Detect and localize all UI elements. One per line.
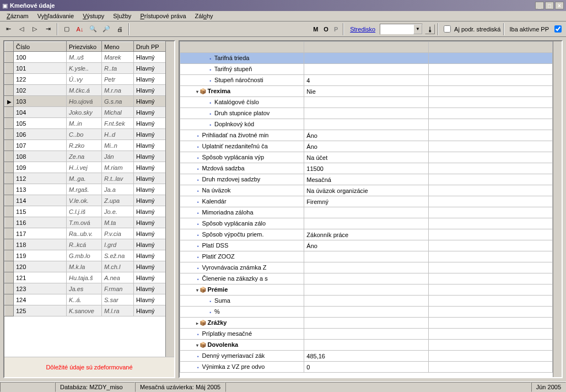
table-row[interactable]: 101K.ysle..R..taHlavný [5, 63, 166, 74]
table-row[interactable]: 121Hu.taja.šA.neaHlavný [5, 272, 166, 283]
property-row[interactable]: ▪ Príplatky mesačné [180, 329, 553, 340]
property-row[interactable]: ▪ Druh stupnice platov [180, 108, 553, 119]
property-row[interactable]: ▪ Stupeň náročnosti4 [180, 75, 553, 86]
table-row[interactable]: 116T.m.ováM.taHlavný [5, 217, 166, 228]
employee-table[interactable]: Číslo Priezvisko Meno Druh PP 100M..ušMa… [4, 41, 165, 316]
property-row[interactable]: ▪ Mzdová sadzba11500 [180, 163, 553, 174]
table-row[interactable]: 102M.čkc.áM.r.naHlavný [5, 85, 166, 96]
property-row[interactable]: ▾📦 Prémie [180, 284, 553, 296]
table-row[interactable]: 123Ja.esF.rmanHlavný [5, 283, 166, 294]
nav-first-icon[interactable]: ⇤ [2, 23, 14, 35]
stredisko-input[interactable] [380, 25, 413, 34]
download-button[interactable]: ⭳ [425, 24, 435, 34]
property-row[interactable]: ▪ Suma [180, 296, 553, 307]
menu-zalohy[interactable]: Zálohy [191, 12, 218, 20]
o-label[interactable]: O [321, 26, 331, 33]
property-row[interactable]: ▸📦 Zrážky [180, 318, 553, 329]
property-row[interactable]: ▪ Tarifný stupeň [180, 64, 553, 75]
nav-next-icon[interactable]: ▷ [29, 23, 41, 35]
m-label[interactable]: M [311, 26, 320, 33]
iba-aktivne-label: Iba aktívne PP [507, 26, 551, 33]
deform-notice: Dôležité údaje sú zdeformované [4, 357, 174, 377]
refresh-icon[interactable]: ▢ [61, 23, 73, 35]
table-row[interactable]: 125K.sanoveM.l.raHlavný [5, 305, 166, 316]
aj-podr-label: Aj podr. strediská [454, 26, 500, 33]
property-row[interactable]: ▪ % [180, 307, 553, 318]
col-druh[interactable]: Druh PP [134, 42, 166, 52]
table-row[interactable]: 100M..ušMarekHlavný [5, 52, 166, 63]
table-row[interactable]: 119G.mb.loS.ež.naHlavný [5, 250, 166, 261]
print-icon[interactable]: 🖨 [114, 23, 126, 35]
nav-last-icon[interactable]: ⇥ [42, 23, 54, 35]
bullet-icon: ▪ [208, 67, 213, 72]
iba-aktivne-checkbox[interactable] [554, 25, 562, 33]
col-cislo[interactable]: Číslo [14, 42, 67, 52]
table-row[interactable]: 109H..i.vejM.riamHlavný [5, 162, 166, 173]
table-row[interactable]: 108Ze.naJánHlavný [5, 151, 166, 162]
table-row[interactable]: 107R.zkoMi..nHlavný [5, 140, 166, 151]
property-row[interactable]: ▪ KalendárFiremný [180, 196, 553, 207]
stredisko-link[interactable]: Stredisko [347, 26, 379, 33]
menu-zaznam[interactable]: Záznam [2, 12, 33, 20]
menu-pristupove[interactable]: Prístupové práva [136, 12, 190, 20]
property-row[interactable]: ▪ Prihliadať na životné minÁno [180, 130, 553, 141]
property-row[interactable]: ▪ Doplnkový kód [180, 119, 553, 130]
menu-vystupy[interactable]: Výstupy [78, 12, 109, 20]
table-row[interactable]: 105M..inF.nt.šekHlavný [5, 118, 166, 129]
property-row[interactable]: ▪ Katalógové číslo [180, 97, 553, 108]
property-row[interactable]: ▪ Tarifná trieda [180, 53, 553, 64]
property-row[interactable]: ▪ Na úväzokNa úväzok organizácie [180, 185, 553, 196]
table-row[interactable]: 112M..ga.R.t..lavHlavný [5, 173, 166, 184]
table-row[interactable]: 106C..boH..dHlavný [5, 129, 166, 140]
table-row[interactable]: 118R..kcáI.grdHlavný [5, 239, 166, 250]
box-icon: 📦 [200, 88, 206, 94]
menu-vyhladavanie[interactable]: Vyhľadávanie [33, 12, 78, 20]
property-row[interactable]: ▪ Mimoriadna záloha [180, 207, 553, 218]
table-row[interactable]: 124K..á.S.sarHlavný [5, 294, 166, 305]
table-row[interactable]: 114V.le.ok.Z.upaHlavný [5, 195, 166, 206]
property-row[interactable]: ▾📦 TreximaNie [180, 86, 553, 97]
table-row[interactable]: 122Ú..vyPetrHlavný [5, 74, 166, 85]
col-priezvisko[interactable]: Priezvisko [67, 42, 102, 52]
titlebar: ▣ Kmeňové údaje _ □ × [0, 0, 566, 11]
property-row[interactable]: ▪ Platí DSSÁno [180, 240, 553, 251]
menu-sluzby[interactable]: Služby [109, 12, 136, 20]
minimize-button[interactable]: _ [535, 2, 544, 9]
maximize-button[interactable]: □ [545, 2, 554, 9]
property-row[interactable]: ▪ Spôsob výpočtu priem.Zákonník práce [180, 229, 553, 240]
table-row[interactable]: 113M.rgaš.Ja.aHlavný [5, 184, 166, 195]
property-row[interactable]: ▪ Uplatniť nezdaniteľnú čaÁno [180, 141, 553, 152]
table-row[interactable]: ▶103Ho.ujováG.s.naHlavný [5, 96, 166, 107]
binoculars-icon[interactable]: 🔍 [87, 23, 99, 35]
bullet-icon: ▪ [196, 155, 201, 160]
stredisko-combo[interactable]: ▼ [380, 24, 423, 35]
property-row[interactable]: ▪ Výnimka z VZ pre odvo0 [180, 362, 553, 373]
property-row[interactable]: ▪ Spôsob vyplácania zálo [180, 218, 553, 229]
close-button[interactable]: × [555, 2, 564, 9]
property-row[interactable]: ▪ Druh mzdovej sadzbyMesačná [180, 174, 553, 185]
employee-list-panel: Číslo Priezvisko Meno Druh PP 100M..ušMa… [3, 40, 175, 378]
bullet-icon: ▪ [196, 365, 201, 370]
table-row[interactable]: 117Ra..ub.v.P.v.ciaHlavný [5, 228, 166, 239]
nav-prev-icon[interactable]: ◁ [15, 23, 28, 35]
binoculars2-icon[interactable]: 🔎 [100, 23, 112, 35]
bullet-icon: ▪ [196, 233, 201, 238]
scrollbar[interactable] [165, 41, 174, 357]
table-row[interactable]: 120M.k.laM.ch.lHlavný [5, 261, 166, 272]
scrollbar[interactable] [553, 41, 562, 377]
property-table[interactable]: ▪ Tarifná trieda ▪ Tarifný stupeň ▪ Stup… [180, 41, 553, 373]
sort-icon[interactable]: A↓ [74, 23, 86, 35]
col-meno[interactable]: Meno [102, 42, 134, 52]
property-row[interactable]: ▪ Členenie na zákazky a s [180, 273, 553, 284]
property-row[interactable]: ▪ Platiť ZOOZ [180, 251, 553, 262]
bullet-icon: ▪ [196, 167, 201, 171]
aj-podr-checkbox[interactable] [444, 25, 451, 33]
property-row[interactable]: ▪ Denný vymeriavací zák485,16 [180, 351, 553, 362]
property-row[interactable]: ▪ Spôsob vyplácania výpNa účet [180, 152, 553, 163]
table-row[interactable]: 104Joko.skyMichalHlavný [5, 107, 166, 118]
property-row[interactable]: ▾📦 Dovolenka [180, 340, 553, 351]
bullet-icon: ▪ [208, 78, 213, 83]
table-row[interactable]: 115C.l.j.išJo.e.Hlavný [5, 206, 166, 217]
property-row[interactable]: ▪ Vyrovnávacia známka Z [180, 262, 553, 273]
dropdown-arrow-icon[interactable]: ▼ [413, 24, 422, 34]
